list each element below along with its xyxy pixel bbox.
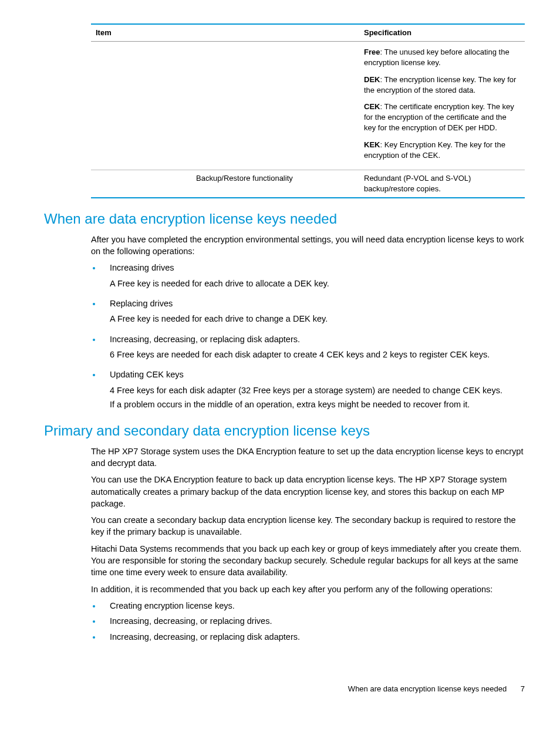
li-desc: A Free key is needed for each drive to c… — [110, 313, 525, 325]
body-paragraph: You can use the DKA Encryption feature t… — [91, 474, 525, 509]
body-paragraph: You can create a secondary backup data e… — [91, 514, 525, 538]
table-row: Backup/Restore functionality Redundant (… — [91, 170, 525, 198]
li-desc: A Free key is needed for each drive to a… — [110, 278, 525, 289]
body-paragraph: In addition, it is recommended that you … — [91, 583, 525, 595]
spec-table: Item Specification Free: The unused key … — [91, 23, 525, 198]
operations-list: Increasing drives A Free key is needed f… — [91, 262, 525, 410]
list-item: Increasing, decreasing, or replacing dri… — [102, 615, 525, 627]
list-item: Increasing, decreasing, or replacing dis… — [102, 631, 525, 643]
body-paragraph: The HP XP7 Storage system uses the DKA E… — [91, 445, 525, 470]
li-title: Updating CEK keys — [110, 369, 525, 380]
body-paragraph: Hitachi Data Systems recommends that you… — [91, 543, 525, 579]
page-footer: When are data encryption license keys ne… — [44, 684, 525, 694]
footer-text: When are data encryption license keys ne… — [348, 684, 507, 693]
spec-kek: KEK: Key Encryption Key. The key for the… — [364, 140, 520, 161]
list-item: Creating encryption license keys. — [102, 600, 525, 612]
li-desc: 4 Free keys for each disk adapter (32 Fr… — [110, 384, 525, 396]
th-spec: Specification — [359, 24, 525, 42]
spec-free: Free: The unused key before allocating t… — [364, 47, 520, 68]
th-empty — [191, 24, 359, 42]
list-item: Updating CEK keys 4 Free keys for each d… — [102, 369, 525, 410]
list-item: Increasing drives A Free key is needed f… — [102, 262, 525, 289]
li-title: Increasing drives — [110, 262, 525, 274]
heading-primary-secondary: Primary and secondary data encryption li… — [44, 421, 525, 441]
spec-cek: CEK: The certificate encryption key. The… — [364, 102, 520, 134]
li-desc: If a problem occurs in the middle of an … — [110, 399, 525, 410]
li-desc: 6 Free keys are needed for each disk ada… — [110, 349, 525, 360]
li-title: Replacing drives — [110, 298, 525, 309]
li-title: Increasing, decreasing, or replacing dis… — [110, 333, 525, 345]
page-number: 7 — [521, 684, 525, 693]
table-row: Free: The unused key before allocating t… — [91, 42, 525, 170]
cell-backup-spec: Redundant (P-VOL and S-VOL) backup/resto… — [359, 170, 525, 198]
intro-paragraph: After you have completed the encryption … — [91, 234, 525, 258]
spec-dek: DEK: The encryption license key. The key… — [364, 75, 520, 96]
cell-backup-item: Backup/Restore functionality — [191, 170, 359, 198]
th-item: Item — [91, 24, 191, 42]
list-item: Replacing drives A Free key is needed fo… — [102, 298, 525, 325]
list-item: Increasing, decreasing, or replacing dis… — [102, 333, 525, 361]
heading-when-needed: When are data encryption license keys ne… — [44, 209, 525, 229]
backup-ops-list: Creating encryption license keys. Increa… — [91, 600, 525, 643]
